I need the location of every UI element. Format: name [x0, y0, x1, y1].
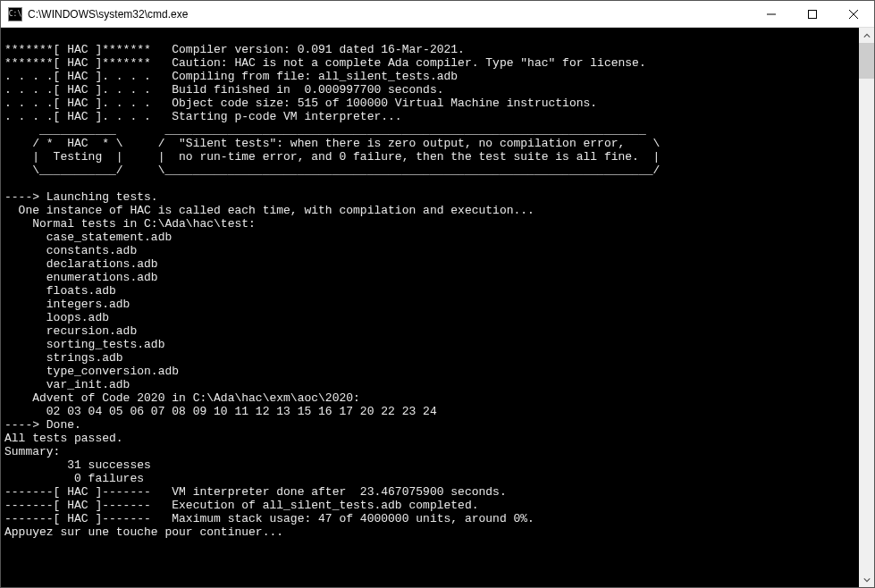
window-controls — [751, 1, 874, 27]
cmd-icon-label: C:\ — [9, 10, 21, 18]
vertical-scrollbar[interactable] — [859, 28, 874, 587]
cmd-icon: C:\ — [8, 7, 22, 21]
close-icon — [849, 10, 858, 19]
scroll-up-button[interactable] — [859, 28, 874, 43]
minimize-icon — [767, 10, 776, 19]
svg-rect-1 — [809, 10, 817, 18]
content-area: *******[ HAC ]******* Compiler version: … — [1, 28, 874, 587]
scroll-thumb[interactable] — [859, 43, 874, 79]
chevron-up-icon — [863, 32, 871, 39]
chevron-down-icon — [863, 576, 871, 584]
cmd-window: C:\ C:\WINDOWS\system32\cmd.exe *******[… — [0, 0, 875, 588]
titlebar[interactable]: C:\ C:\WINDOWS\system32\cmd.exe — [1, 1, 874, 28]
terminal-output[interactable]: *******[ HAC ]******* Compiler version: … — [1, 28, 859, 587]
window-title: C:\WINDOWS\system32\cmd.exe — [28, 8, 751, 21]
close-button[interactable] — [833, 1, 874, 27]
minimize-button[interactable] — [751, 1, 792, 27]
maximize-button[interactable] — [792, 1, 833, 27]
scroll-down-button[interactable] — [859, 572, 874, 587]
scroll-track[interactable] — [859, 43, 874, 572]
maximize-icon — [808, 10, 817, 19]
